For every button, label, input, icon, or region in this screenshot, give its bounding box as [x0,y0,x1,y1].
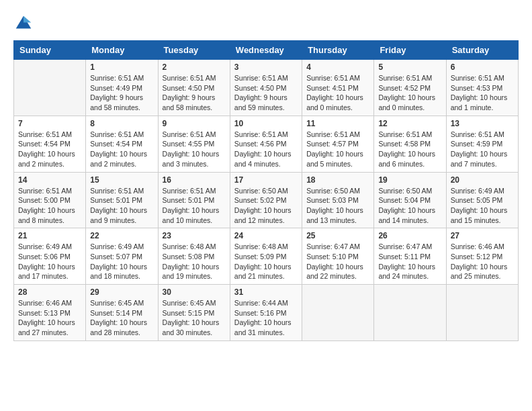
day-info: Sunrise: 6:50 AMSunset: 5:02 PMDaylight:… [234,186,298,226]
page-header [13,13,519,34]
day-header-monday: Monday [86,41,158,60]
calendar-week-row: 21Sunrise: 6:49 AMSunset: 5:06 PMDayligh… [14,228,519,285]
day-number: 3 [234,62,298,72]
calendar-cell: 5Sunrise: 6:51 AMSunset: 4:52 PMDaylight… [374,60,446,116]
calendar-cell: 12Sunrise: 6:51 AMSunset: 4:58 PMDayligh… [374,116,446,172]
calendar-cell: 15Sunrise: 6:51 AMSunset: 5:01 PMDayligh… [86,172,158,228]
day-number: 23 [163,231,226,240]
calendar-cell: 25Sunrise: 6:47 AMSunset: 5:10 PMDayligh… [302,228,374,285]
day-info: Sunrise: 6:48 AMSunset: 5:08 PMDaylight:… [163,242,226,281]
day-number: 10 [234,119,298,128]
day-number: 13 [451,119,514,128]
svg-marker-1 [24,16,31,23]
day-number: 26 [378,231,441,240]
day-number: 31 [234,287,298,297]
day-number: 22 [90,231,153,240]
day-number: 7 [18,119,81,128]
logo-icon [13,13,34,34]
day-info: Sunrise: 6:51 AMSunset: 4:50 PMDaylight:… [234,73,298,113]
day-info: Sunrise: 6:51 AMSunset: 5:01 PMDaylight:… [90,186,153,226]
calendar-cell: 19Sunrise: 6:50 AMSunset: 5:04 PMDayligh… [374,172,446,228]
calendar-cell: 13Sunrise: 6:51 AMSunset: 4:59 PMDayligh… [446,116,518,172]
day-info: Sunrise: 6:48 AMSunset: 5:09 PMDaylight:… [234,242,298,281]
day-info: Sunrise: 6:49 AMSunset: 5:05 PMDaylight:… [451,186,514,226]
day-number: 12 [378,119,441,128]
day-number: 19 [378,175,441,185]
day-number: 5 [378,62,441,72]
day-number: 9 [163,119,226,128]
day-number: 18 [306,175,369,185]
calendar-cell: 14Sunrise: 6:51 AMSunset: 5:00 PMDayligh… [14,172,86,228]
day-info: Sunrise: 6:45 AMSunset: 5:14 PMDaylight:… [90,298,153,338]
day-number: 24 [234,231,298,240]
calendar-header-row: SundayMondayTuesdayWednesdayThursdayFrid… [14,41,519,60]
day-info: Sunrise: 6:51 AMSunset: 4:54 PMDaylight:… [90,130,153,169]
calendar-cell: 29Sunrise: 6:45 AMSunset: 5:14 PMDayligh… [86,285,158,341]
day-info: Sunrise: 6:51 AMSunset: 4:53 PMDaylight:… [451,73,514,113]
calendar-cell: 31Sunrise: 6:44 AMSunset: 5:16 PMDayligh… [230,285,302,341]
calendar-cell: 4Sunrise: 6:51 AMSunset: 4:51 PMDaylight… [302,60,374,116]
day-info: Sunrise: 6:46 AMSunset: 5:13 PMDaylight:… [18,298,81,338]
day-info: Sunrise: 6:46 AMSunset: 5:12 PMDaylight:… [451,242,514,281]
day-number: 17 [234,175,298,185]
day-info: Sunrise: 6:51 AMSunset: 4:52 PMDaylight:… [378,73,441,113]
day-number: 14 [18,175,81,185]
calendar-cell: 7Sunrise: 6:51 AMSunset: 4:54 PMDaylight… [14,116,86,172]
day-info: Sunrise: 6:51 AMSunset: 4:56 PMDaylight:… [234,130,298,169]
day-info: Sunrise: 6:51 AMSunset: 4:51 PMDaylight:… [306,73,369,113]
calendar-cell: 8Sunrise: 6:51 AMSunset: 4:54 PMDaylight… [86,116,158,172]
day-info: Sunrise: 6:51 AMSunset: 5:01 PMDaylight:… [163,186,226,226]
day-number: 2 [163,62,226,72]
day-info: Sunrise: 6:45 AMSunset: 5:15 PMDaylight:… [163,298,226,338]
day-info: Sunrise: 6:51 AMSunset: 4:58 PMDaylight:… [378,130,441,169]
day-number: 21 [18,231,81,240]
calendar-cell: 23Sunrise: 6:48 AMSunset: 5:08 PMDayligh… [158,228,230,285]
day-info: Sunrise: 6:49 AMSunset: 5:06 PMDaylight:… [18,242,81,281]
calendar-cell: 27Sunrise: 6:46 AMSunset: 5:12 PMDayligh… [446,228,518,285]
calendar-cell: 20Sunrise: 6:49 AMSunset: 5:05 PMDayligh… [446,172,518,228]
day-number: 29 [90,287,153,297]
day-info: Sunrise: 6:51 AMSunset: 4:59 PMDaylight:… [451,130,514,169]
calendar-cell [14,60,86,116]
day-info: Sunrise: 6:51 AMSunset: 4:55 PMDaylight:… [163,130,226,169]
day-info: Sunrise: 6:50 AMSunset: 5:04 PMDaylight:… [378,186,441,226]
day-info: Sunrise: 6:44 AMSunset: 5:16 PMDaylight:… [234,298,298,338]
day-number: 30 [163,287,226,297]
calendar-week-row: 14Sunrise: 6:51 AMSunset: 5:00 PMDayligh… [14,172,519,228]
day-info: Sunrise: 6:47 AMSunset: 5:11 PMDaylight:… [378,242,441,281]
day-number: 27 [451,231,514,240]
calendar-cell: 6Sunrise: 6:51 AMSunset: 4:53 PMDaylight… [446,60,518,116]
calendar-cell: 22Sunrise: 6:49 AMSunset: 5:07 PMDayligh… [86,228,158,285]
calendar-cell: 10Sunrise: 6:51 AMSunset: 4:56 PMDayligh… [230,116,302,172]
calendar-table: SundayMondayTuesdayWednesdayThursdayFrid… [13,40,519,341]
day-header-sunday: Sunday [14,41,86,60]
calendar-cell: 24Sunrise: 6:48 AMSunset: 5:09 PMDayligh… [230,228,302,285]
calendar-week-row: 28Sunrise: 6:46 AMSunset: 5:13 PMDayligh… [14,285,519,341]
calendar-cell: 2Sunrise: 6:51 AMSunset: 4:50 PMDaylight… [158,60,230,116]
calendar-cell [446,285,518,341]
calendar-cell: 17Sunrise: 6:50 AMSunset: 5:02 PMDayligh… [230,172,302,228]
calendar-cell: 28Sunrise: 6:46 AMSunset: 5:13 PMDayligh… [14,285,86,341]
day-info: Sunrise: 6:50 AMSunset: 5:03 PMDaylight:… [306,186,369,226]
calendar-cell: 30Sunrise: 6:45 AMSunset: 5:15 PMDayligh… [158,285,230,341]
calendar-week-row: 1Sunrise: 6:51 AMSunset: 4:49 PMDaylight… [14,60,519,116]
day-header-tuesday: Tuesday [158,41,230,60]
day-info: Sunrise: 6:51 AMSunset: 4:57 PMDaylight:… [306,130,369,169]
day-number: 4 [306,62,369,72]
day-number: 15 [90,175,153,185]
calendar-cell: 3Sunrise: 6:51 AMSunset: 4:50 PMDaylight… [230,60,302,116]
day-info: Sunrise: 6:47 AMSunset: 5:10 PMDaylight:… [306,242,369,281]
logo [13,13,36,34]
calendar-cell: 11Sunrise: 6:51 AMSunset: 4:57 PMDayligh… [302,116,374,172]
day-info: Sunrise: 6:51 AMSunset: 4:49 PMDaylight:… [90,73,153,113]
day-header-wednesday: Wednesday [230,41,302,60]
day-number: 28 [18,287,81,297]
day-number: 1 [90,62,153,72]
day-number: 11 [306,119,369,128]
day-number: 6 [451,62,514,72]
day-header-saturday: Saturday [446,41,518,60]
day-header-thursday: Thursday [302,41,374,60]
day-info: Sunrise: 6:51 AMSunset: 4:54 PMDaylight:… [18,130,81,169]
day-info: Sunrise: 6:51 AMSunset: 4:50 PMDaylight:… [163,73,226,113]
calendar-week-row: 7Sunrise: 6:51 AMSunset: 4:54 PMDaylight… [14,116,519,172]
